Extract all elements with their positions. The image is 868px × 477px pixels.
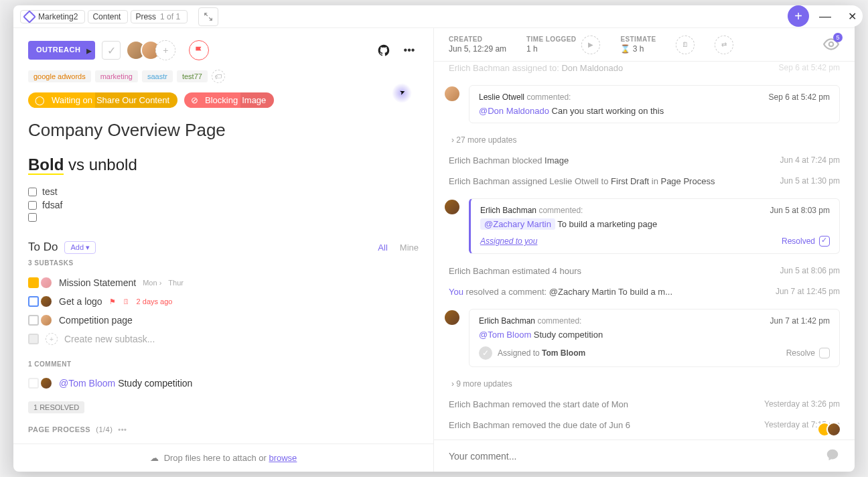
activity-line: Erlich Bachman assigned to: Don Maldonad… <box>449 62 840 78</box>
breadcrumb-count: 1 of 1 <box>160 12 180 21</box>
subtask-status[interactable] <box>28 277 39 288</box>
resolved-chip[interactable]: 1 RESOLVED <box>28 401 84 413</box>
tags-row: google adwords marketing saastr test77 🏷 <box>28 70 419 83</box>
send-icon[interactable] <box>825 448 840 465</box>
status-dropdown[interactable]: ▸ <box>83 41 95 60</box>
breadcrumb-folder[interactable]: Content <box>88 10 128 23</box>
subtask-row[interactable]: Competition page <box>28 311 419 330</box>
activity-line: Erlich Bachman assigned Leslie Otwell to… <box>449 171 840 192</box>
close-button[interactable]: ✕ <box>841 5 863 27</box>
filter-mine-tab[interactable]: Mine <box>400 243 419 253</box>
priority-flag-button[interactable] <box>189 40 209 60</box>
mention[interactable]: @Don Maldonado <box>479 106 549 116</box>
breadcrumb-list[interactable]: Press 1 of 1 <box>131 10 188 23</box>
create-subtask-placeholder: Create new subtask... <box>64 334 155 344</box>
checkbox[interactable] <box>28 213 37 222</box>
checklist-item-empty[interactable] <box>28 213 419 222</box>
task-description-heading[interactable]: Bold vs unbold <box>28 155 419 174</box>
more-icon[interactable]: ••• <box>118 425 127 433</box>
subtask-assignee-avatar[interactable] <box>40 277 52 289</box>
activity-feed: Erlich Bachman assigned to: Don Maldonad… <box>434 62 855 439</box>
task-header: OUTREACH ▸ ✓ + • <box>28 40 419 60</box>
timer-button[interactable]: ▶ <box>581 36 600 54</box>
add-tag-button[interactable]: 🏷 <box>212 70 225 83</box>
tag-chip[interactable]: saastr <box>142 70 173 82</box>
subtask-header: To Do Add ▾ All Mine <box>28 241 419 254</box>
blocking-pill[interactable]: ⊘ Blocking Image <box>184 92 274 108</box>
assigned-note[interactable]: Assigned to you <box>480 236 537 246</box>
watchers-avatars[interactable] <box>822 422 841 437</box>
comment-checkbox[interactable] <box>28 378 39 389</box>
watchers-button[interactable]: 5 <box>822 36 840 54</box>
more-menu-icon[interactable]: ••• <box>400 41 419 60</box>
assigned-pill[interactable]: ✓ Assigned to Tom Bloom <box>479 346 585 360</box>
activity-line: You resolved a comment: @Zachary Martin … <box>449 281 840 302</box>
comment-input[interactable] <box>449 451 825 462</box>
comment-card: Erlich Bachman commented: Jun 5 at 8:03 … <box>449 192 840 261</box>
timestamp: Sep 6 at 5:42 pm <box>769 92 830 102</box>
subtask-row[interactable]: Mission Statement Mon › Thur <box>28 273 419 292</box>
filter-all-tab[interactable]: All <box>378 243 387 253</box>
date-button[interactable]: 🗓 <box>676 36 695 54</box>
flag-icon: ⚑ <box>109 297 116 306</box>
subtask-due-date: 2 days ago <box>137 297 173 305</box>
subtask-assignee-avatar[interactable] <box>40 295 52 308</box>
more-updates-toggle[interactable]: 27 more updates <box>449 130 840 150</box>
minimize-button[interactable]: — <box>814 5 836 27</box>
task-modal: Marketing2 Content Press 1 of 1 OUTREACH… <box>13 5 855 472</box>
check-icon: ✓ <box>479 346 492 360</box>
link-button[interactable]: ⇄ <box>715 36 733 54</box>
comment-card: Erlich Bachman commented: Jun 7 at 1:42 … <box>449 302 840 374</box>
tag-chip[interactable]: test77 <box>177 70 208 82</box>
page-process-label: PAGE PROCESS <box>28 425 90 433</box>
commenter-avatar <box>443 198 461 216</box>
add-assignee-button[interactable]: + <box>155 40 175 60</box>
dependencies: ◯ Waiting on Share Our Content ⊘ Blockin… <box>28 92 419 108</box>
breadcrumb: Marketing2 Content Press 1 of 1 <box>13 5 855 28</box>
created-value: Jun 5, 12:29 am <box>449 44 506 54</box>
mention[interactable]: @Tom Bloom <box>59 378 115 389</box>
workspace-icon <box>23 10 36 23</box>
comment-card: Leslie Otwell commented: Sep 6 at 5:42 p… <box>449 78 840 130</box>
status-button[interactable]: OUTREACH <box>28 41 88 60</box>
github-icon[interactable] <box>374 41 393 60</box>
browse-link[interactable]: browse <box>269 453 297 463</box>
task-title[interactable]: Company Overview Page <box>28 120 419 141</box>
checkbox[interactable] <box>28 188 37 196</box>
breadcrumb-workspace[interactable]: Marketing2 <box>20 10 85 23</box>
subtask-assignee-avatar[interactable] <box>40 314 52 326</box>
resolved-indicator[interactable]: Resolved <box>782 236 830 247</box>
checklist-item[interactable]: fdsaf <box>28 200 419 210</box>
checklist: test fdsaf <box>28 186 419 222</box>
subtask-status[interactable] <box>28 315 39 326</box>
global-add-button[interactable]: + <box>788 5 809 27</box>
checkbox[interactable] <box>28 201 37 210</box>
complete-checkbox[interactable]: ✓ <box>102 41 121 60</box>
attachment-dropzone[interactable]: ☁ Drop files here to attach or browse <box>13 444 433 472</box>
waiting-on-pill[interactable]: ◯ Waiting on Share Our Content <box>28 92 177 108</box>
page-process-row[interactable]: PAGE PROCESS (1/4) ••• <box>28 425 419 433</box>
dep-label: Blocking <box>202 92 240 108</box>
more-updates-toggle[interactable]: 9 more updates <box>449 374 840 394</box>
mention[interactable]: @Tom Bloom <box>479 330 531 340</box>
subtask-status[interactable] <box>28 296 39 307</box>
time-logged-label: TIME LOGGED <box>526 36 576 43</box>
mention[interactable]: @Zachary Martin <box>480 218 555 230</box>
checklist-item[interactable]: test <box>28 186 419 197</box>
expand-button[interactable] <box>198 7 218 26</box>
watcher-avatar <box>826 422 841 437</box>
create-subtask-row[interactable]: + Create new subtask... <box>28 330 419 348</box>
tag-chip[interactable]: google adwords <box>28 70 91 82</box>
subtask-start-date: Mon › <box>143 279 161 287</box>
tag-chip[interactable]: marketing <box>95 70 138 82</box>
comment-row[interactable]: @Tom Bloom Study competition <box>28 374 419 392</box>
blocking-icon: ⊘ <box>184 92 202 108</box>
watchers-count: 5 <box>833 33 843 42</box>
subtask-row[interactable]: Get a logo ⚑ 🗓 2 days ago <box>28 292 419 311</box>
comment-body: Can you start working on this <box>549 106 664 116</box>
add-subtask-button[interactable]: Add ▾ <box>64 241 96 254</box>
dep-title: Image <box>240 92 274 108</box>
dep-label: Waiting on <box>49 92 95 108</box>
breadcrumb-label: Content <box>92 12 121 21</box>
resolve-button[interactable]: Resolve <box>786 348 830 358</box>
